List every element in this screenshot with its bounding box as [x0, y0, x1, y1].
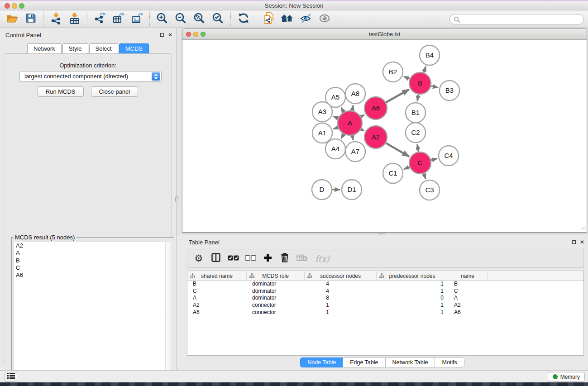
result-list-scrollbar[interactable] — [165, 242, 172, 383]
export-image-button[interactable] — [128, 12, 146, 27]
network-window-titlebar[interactable]: testGlobe.txt — [182, 29, 587, 40]
cell[interactable]: 1 — [305, 302, 377, 309]
cell[interactable]: 1 — [305, 309, 377, 316]
cell[interactable]: A2 — [187, 302, 247, 309]
cell[interactable]: connector — [247, 302, 305, 309]
close-panel-icon[interactable]: ✕ — [168, 32, 172, 38]
tab-select[interactable]: Select — [89, 43, 118, 54]
column-header-predecessor-nodes[interactable]: predecessor nodes — [377, 271, 448, 281]
cell[interactable]: A — [187, 295, 247, 302]
edge-A-A5[interactable] — [341, 108, 344, 112]
home-button[interactable] — [278, 12, 296, 27]
network-canvas[interactable]: B4B2BB3A5A8A6A3B1AA1C2A2A4A7C4CC1C3DD1 — [182, 40, 587, 232]
import-table-button[interactable] — [65, 12, 84, 27]
cell[interactable]: 1 — [377, 288, 448, 295]
task-history-button[interactable] — [5, 372, 17, 381]
network-graph[interactable]: B4B2BB3A5A8A6A3B1AA1C2A2A4A7C4CC1C3DD1 — [182, 40, 587, 232]
hide-detail-button[interactable] — [296, 12, 315, 27]
edge-A-A4[interactable] — [341, 134, 344, 138]
close-table-panel-icon[interactable]: ✕ — [580, 239, 584, 245]
show-columns-button[interactable] — [208, 251, 224, 266]
delete-column-button[interactable] — [277, 251, 292, 266]
table-row[interactable]: A2connector11A2 — [187, 302, 583, 309]
show-detail-button[interactable] — [315, 12, 334, 27]
open-file-button[interactable] — [3, 12, 21, 27]
deselect-all-button[interactable] — [243, 251, 258, 266]
result-item[interactable]: B — [14, 257, 172, 264]
cell[interactable]: dominator — [247, 288, 305, 295]
add-column-button[interactable] — [260, 251, 275, 266]
refresh-button[interactable] — [234, 12, 253, 27]
edge-A-A8[interactable] — [352, 105, 353, 111]
edge-A6-B[interactable] — [386, 90, 409, 103]
edge-B-B3[interactable] — [431, 86, 438, 88]
zoom-fit-button[interactable] — [190, 12, 209, 27]
edge-A-A7[interactable] — [352, 136, 353, 140]
tab-network-table[interactable]: Network Table — [385, 357, 435, 367]
cell[interactable]: 1 — [377, 281, 448, 288]
result-item[interactable]: A — [14, 249, 172, 257]
edge-B-B4[interactable] — [424, 67, 426, 73]
run-mcds-button[interactable]: Run MCDS — [38, 86, 84, 97]
cell[interactable]: dominator — [247, 281, 305, 288]
export-network-button[interactable] — [91, 12, 109, 27]
edge-B-B1[interactable] — [417, 95, 418, 101]
cell[interactable]: 4 — [305, 288, 377, 295]
close-panel-button[interactable]: Close panel — [91, 86, 139, 97]
edge-C-C1[interactable] — [404, 167, 409, 169]
export-table-button[interactable] — [109, 12, 128, 27]
tab-node-table[interactable]: Node Table — [300, 357, 343, 367]
cell[interactable]: dominator — [247, 295, 305, 302]
zoom-in-button[interactable] — [153, 12, 172, 27]
table-row[interactable]: A6connector11A6 — [187, 309, 583, 316]
table-row[interactable]: Cdominator41C — [187, 288, 583, 295]
cell[interactable]: A6 — [187, 309, 247, 316]
cell[interactable]: B — [448, 281, 488, 288]
cell[interactable]: A2 — [448, 302, 488, 309]
table-row[interactable]: Bdominator41B — [187, 281, 583, 288]
mcds-result-list[interactable]: A2ABCA6 — [14, 242, 172, 384]
edge-C-C2[interactable] — [417, 144, 418, 152]
result-item[interactable]: A6 — [14, 272, 172, 279]
column-header-MCDS-role[interactable]: MCDS role — [247, 271, 305, 281]
import-network-button[interactable] — [47, 12, 65, 27]
memory-button[interactable]: Memory — [548, 372, 585, 381]
cell[interactable]: connector — [247, 309, 305, 316]
edge-C-C4[interactable] — [431, 158, 437, 160]
vertical-splitter-handle[interactable] — [175, 196, 178, 202]
resize-grip-icon[interactable] — [580, 224, 586, 232]
cell[interactable]: A6 — [448, 309, 488, 316]
network-view-window[interactable]: testGlobe.txt B4B2BB3A5A8A6A3B1AA1C2A2A4… — [182, 29, 587, 233]
edge-A2-C[interactable] — [386, 143, 409, 157]
criterion-select[interactable]: largest connected component (directed) — [19, 71, 162, 82]
column-header-shared-name[interactable]: shared name — [187, 271, 247, 281]
table-settings-button[interactable]: ⚙ — [191, 251, 206, 266]
copy-network-button[interactable] — [259, 12, 278, 27]
cell[interactable]: 1 — [377, 309, 448, 316]
result-item[interactable]: C — [14, 264, 172, 272]
node-table[interactable]: shared nameMCDS rolesuccessor nodesprede… — [187, 271, 584, 356]
search-input[interactable] — [449, 14, 584, 24]
float-table-panel-icon[interactable] — [572, 240, 576, 244]
cell[interactable]: C — [187, 288, 247, 295]
float-panel-icon[interactable] — [160, 33, 164, 37]
tab-motifs[interactable]: Motifs — [435, 357, 464, 367]
select-all-button[interactable] — [225, 251, 241, 266]
cell[interactable]: 1 — [377, 302, 448, 309]
tab-network[interactable]: Network — [27, 43, 62, 54]
cell[interactable]: 8 — [305, 295, 377, 302]
column-header-successor-nodes[interactable]: successor nodes — [305, 271, 377, 281]
edge-C-C3[interactable] — [424, 174, 425, 179]
edge-A-A2[interactable] — [361, 129, 364, 131]
cell[interactable]: A — [448, 295, 488, 302]
edge-B-B2[interactable] — [404, 76, 410, 79]
cell[interactable]: 0 — [377, 295, 448, 302]
column-header-name[interactable]: name — [448, 271, 488, 281]
result-item[interactable]: A2 — [14, 242, 172, 249]
tab-mcds[interactable]: MCDS — [119, 43, 149, 54]
edge-A-A3[interactable] — [333, 116, 338, 119]
tab-style[interactable]: Style — [62, 43, 88, 54]
table-row[interactable]: Adominator80A — [187, 295, 583, 302]
zoom-selected-button[interactable] — [209, 12, 227, 27]
tab-edge-table[interactable]: Edge Table — [343, 357, 385, 367]
